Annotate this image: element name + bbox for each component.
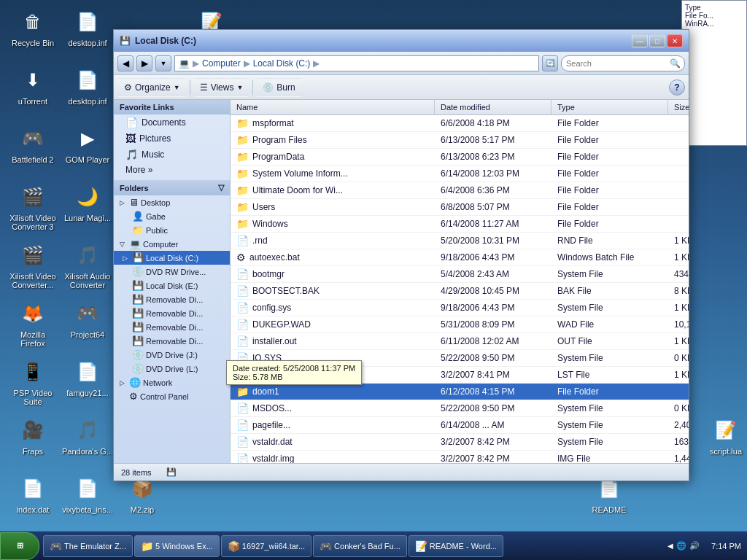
table-row[interactable]: 📄BOOTSECT.BAK 4/29/2008 10:45 PM BAK Fil… — [231, 283, 689, 300]
tree-item-gabe[interactable]: 👤 Gabe — [114, 209, 230, 223]
tree-item-removable3[interactable]: 💾 Removable Di... — [114, 320, 230, 334]
recent-locations-button[interactable]: ▼ — [155, 55, 171, 71]
table-row[interactable]: 📄vstaldr.dat 3/2/2007 8:42 PM System Fil… — [231, 434, 689, 451]
views-button[interactable]: ☰ Views ▼ — [193, 78, 250, 97]
desktop-icon-pspsuite[interactable]: 📱 PSP Video Suite — [7, 357, 58, 406]
desktop-icon-famguy[interactable]: 📄 famguy21... — [62, 357, 113, 397]
table-row[interactable]: 📄.rnd 5/20/2008 10:31 PM RND File 1 KB — [231, 233, 689, 249]
tree-item-removable2[interactable]: 💾 Removable Di... — [114, 306, 230, 320]
tree-item-controlpanel[interactable]: ⚙ Control Panel — [114, 389, 230, 403]
desktop-icon-pandora[interactable]: 🎵 Pandora's G... — [62, 416, 113, 456]
desktop-icon-battlefield2[interactable]: 🎮 Battlefield 2 — [7, 124, 58, 164]
folders-section: Folders ▽ ▷ 🖥 Desktop 👤 Gabe — [114, 180, 230, 403]
forward-button[interactable]: ▶ — [136, 55, 152, 71]
burn-button[interactable]: 💿 Burn — [256, 78, 301, 97]
table-row[interactable]: 📄pagefile... 6/14/2008 ... AM System Fil… — [231, 417, 689, 434]
sidebar-item-music[interactable]: 🎵 Music — [114, 147, 230, 163]
table-row[interactable]: ⚙autoexec.bat 9/18/2006 4:43 PM Windows … — [231, 249, 689, 266]
desktop-icon-project64[interactable]: 🎮 Project64 — [62, 299, 113, 339]
favorite-links-header[interactable]: Favorite Links — [114, 100, 230, 114]
table-row[interactable]: 📄installer.out 6/11/2008 12:02 AM OUT Fi… — [231, 333, 689, 350]
breadcrumb-localdisk[interactable]: Local Disk (C:) — [253, 58, 311, 69]
organize-icon: ⚙ — [124, 82, 132, 93]
minimize-button[interactable]: — — [632, 34, 648, 47]
taskbar-clock[interactable]: 7:14 PM — [705, 542, 747, 551]
col-header-size[interactable]: Size — [668, 100, 689, 114]
desktop-icon-gomplayer[interactable]: ▶ GOM Player — [62, 124, 113, 164]
table-row[interactable]: 📁Program Files 6/13/2008 5:17 PM File Fo… — [231, 132, 689, 149]
tree-expand-network: ▷ — [120, 379, 127, 386]
desktop-icon-firefox[interactable]: 🦊 Mozilla Firefox — [7, 299, 58, 348]
desktop-icon-indexdat[interactable]: 📄 index.dat — [7, 474, 58, 514]
table-row[interactable]: 📄vstaldr.img 3/2/2007 8:42 PM IMG File 1… — [231, 451, 689, 463]
desktop-icon-xilisoft1[interactable]: 🎬 Xilisoft Video Converter 3 — [7, 182, 58, 231]
back-button[interactable]: ◀ — [117, 55, 133, 71]
desktop-icon-lunarmagi[interactable]: 🌙 Lunar Magi... — [62, 182, 113, 222]
tree-item-dvdrw[interactable]: 💿 DVD RW Drive... — [114, 265, 230, 279]
refresh-button[interactable]: 🔄 — [542, 55, 558, 71]
desktop-icon-xilisoftaudio[interactable]: 🎵 Xilisoft Audio Converter — [62, 241, 113, 289]
tree-item-dvdj[interactable]: 💿 DVD Drive (J:) — [114, 348, 230, 362]
desktop-icon-scriptlua[interactable]: 📝 script.lua — [700, 416, 747, 456]
desktop-icon-xilisoft2[interactable]: 🎬 Xilisoft Video Converter... — [7, 241, 58, 289]
folder-icon: 📁 — [236, 184, 249, 196]
table-row[interactable]: 📁mspformat 6/6/2008 4:18 PM File Folder — [231, 115, 689, 132]
organize-label: Organize — [135, 82, 171, 93]
tree-item-removable4[interactable]: 💾 Removable Di... — [114, 334, 230, 348]
window-titlebar: 💾 Local Disk (C:) — □ ✕ — [114, 30, 689, 52]
tree-dvdrw-label: DVD RW Drive... — [146, 268, 206, 276]
desktop-icon-utorrent[interactable]: ⬇ uTorrent — [7, 66, 58, 106]
sidebar-item-more[interactable]: More » — [114, 163, 230, 177]
desktop-icon-desktop2[interactable]: 📄 desktop.inf — [62, 66, 113, 106]
desktop-icon-desktop1[interactable]: 📄 desktop.inf — [62, 7, 113, 47]
tree-item-desktop[interactable]: ▷ 🖥 Desktop — [114, 195, 230, 209]
taskbar-items: 🎮 The Emulator Z... 📁 5 Windows Ex... 📦 … — [39, 532, 662, 560]
organize-button[interactable]: ⚙ Organize ▼ — [117, 78, 187, 97]
tree-item-removable1[interactable]: 💾 Removable Di... — [114, 292, 230, 306]
table-row[interactable]: 📄DUKEGP.WAD 5/31/2008 8:09 PM WAD File 1… — [231, 316, 689, 333]
taskbar-item-explorer[interactable]: 📁 5 Windows Ex... — [134, 535, 220, 557]
taskbar-item-emulator[interactable]: 🎮 The Emulator Z... — [43, 535, 133, 557]
tree-item-network[interactable]: ▷ 🌐 Network — [114, 376, 230, 389]
table-row[interactable]: 📄bootmgr 5/4/2008 2:43 AM System File 43… — [231, 266, 689, 283]
tree-item-localdisk-c[interactable]: ▷ 💾 Local Disk (C:) — [114, 251, 230, 265]
table-row[interactable]: 📄config.sys 9/18/2006 4:43 PM System Fil… — [231, 300, 689, 316]
table-row[interactable]: 📄MSDOS... 5/22/2008 9:50 PM System File … — [231, 400, 689, 417]
taskbar-item-conker[interactable]: 🎮 Conker's Bad Fu... — [313, 535, 407, 557]
tree-item-dvdl[interactable]: 💿 DVD Drive (L:) — [114, 362, 230, 376]
documents-label: Documents — [142, 117, 186, 128]
sidebar-item-pictures[interactable]: 🖼 Pictures — [114, 131, 230, 147]
background-window: Type File Fo... WinRA... — [681, 0, 747, 146]
maximize-button[interactable]: □ — [649, 34, 665, 47]
tree-item-computer[interactable]: ▽ 💻 Computer — [114, 237, 230, 251]
desktop-icon-fraps[interactable]: 🎥 Fraps — [7, 416, 58, 456]
burn-icon: 💿 — [263, 82, 274, 93]
desktop-icon-vixy[interactable]: 📄 vixybeta_ins... — [62, 474, 113, 514]
taskbar-item-readme[interactable]: 📝 README - Word... — [409, 535, 503, 557]
table-row[interactable]: 📁System Volume Inform... 6/14/2008 12:03… — [231, 166, 689, 182]
window-title: 💾 Local Disk (C:) — [120, 36, 196, 46]
breadcrumb-computer[interactable]: Computer — [202, 58, 241, 69]
tree-item-public[interactable]: 📁 Public — [114, 223, 230, 237]
table-row[interactable]: 📁Windows 6/14/2008 11:27 AM File Folder — [231, 216, 689, 233]
folders-header[interactable]: Folders ▽ — [114, 180, 230, 195]
start-button[interactable]: ⊞ — [0, 532, 39, 560]
close-button[interactable]: ✕ — [667, 34, 683, 47]
table-row[interactable]: 📁Ultimate Doom for Wi... 6/4/2008 6:36 P… — [231, 182, 689, 199]
xilisoftaudio-icon: 🎵 — [73, 241, 102, 270]
col-header-name[interactable]: Name — [231, 100, 435, 114]
table-row[interactable]: 📁ProgramData 6/13/2008 6:23 PM File Fold… — [231, 149, 689, 166]
taskbar-item-wii64[interactable]: 📦 16927_wii64.tar... — [221, 535, 311, 557]
table-row[interactable]: 📁Users 6/8/2008 5:07 PM File Folder — [231, 199, 689, 216]
tree-item-localdisk-e[interactable]: 💾 Local Disk (E:) — [114, 279, 230, 292]
desktop-icon-recycle[interactable]: 🗑 Recycle Bin — [7, 7, 58, 47]
search-input[interactable] — [566, 59, 667, 68]
tray-arrow[interactable]: ◀ — [667, 542, 673, 550]
col-header-date[interactable]: Date modified — [435, 100, 551, 114]
help-button[interactable]: ? — [669, 79, 685, 96]
table-row[interactable]: 📁doom1 6/12/2008 4:15 PM File Folder — [231, 384, 689, 400]
sidebar-item-documents[interactable]: 📄 Documents — [114, 114, 230, 131]
fraps-label: Fraps — [7, 447, 58, 456]
col-header-type[interactable]: Type — [551, 100, 668, 114]
firefox-icon: 🦊 — [18, 299, 47, 328]
